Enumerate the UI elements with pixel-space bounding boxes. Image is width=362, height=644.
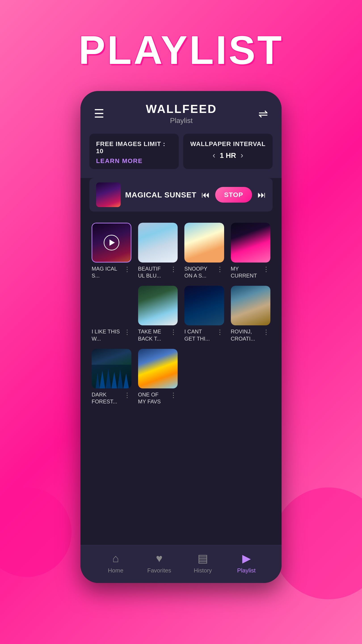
learn-more-button[interactable]: LEARN MORE [96, 158, 172, 164]
wallpaper-thumbnail-5[interactable] [92, 286, 131, 326]
more-button-3[interactable]: ⋮ [216, 265, 224, 273]
list-item: SNOOPY ON A S... ⋮ [184, 223, 224, 279]
more-button-1[interactable]: ⋮ [123, 265, 131, 273]
wallpaper-image-9 [92, 349, 131, 389]
wallpaper-name-5: I LIKE THIS W... [92, 328, 122, 342]
wallpaper-thumbnail-3[interactable] [184, 223, 224, 262]
screen-subtitle: Playlist [170, 116, 193, 125]
wallpaper-thumbnail-1[interactable] [92, 223, 131, 262]
app-name: WALLFEED [146, 102, 217, 116]
info-bar: FREE IMAGES LIMIT : 10 LEARN MORE WALLPA… [80, 134, 282, 178]
play-circle-1 [104, 235, 119, 250]
wallpaper-image-6 [138, 286, 178, 326]
wallpaper-thumbnail-10[interactable] [138, 349, 178, 389]
wallpaper-thumbnail-6[interactable] [138, 286, 178, 326]
nav-item-favorites[interactable]: ♥ Favorites [137, 552, 181, 574]
list-item: DARK FOREST... ⋮ [92, 349, 131, 405]
nav-item-home[interactable]: ⌂ Home [94, 552, 137, 574]
favorites-icon: ♥ [156, 552, 163, 565]
wallpaper-name-7: I CANT GET THI... [184, 328, 214, 342]
now-playing-title: MAGICAL SUNSET [125, 190, 197, 199]
bottom-navigation: ⌂ Home ♥ Favorites ▤ History ▶ Playlist [80, 545, 282, 583]
interval-value: 1 HR [220, 152, 236, 160]
wallpaper-image-2 [138, 223, 178, 262]
more-button-2[interactable]: ⋮ [169, 265, 178, 273]
wallpaper-name-9: DARK FOREST... [92, 391, 122, 405]
list-item: I CANT GET THI... ⋮ [184, 286, 224, 342]
header-center: WALLFEED Playlist [146, 102, 217, 125]
more-button-9[interactable]: ⋮ [123, 391, 131, 399]
bg-blob-right [273, 488, 362, 599]
playlist-icon: ▶ [242, 552, 251, 565]
nav-label-history: History [194, 567, 212, 574]
wallpaper-image-3 [184, 223, 224, 262]
wallpaper-interval-card: WALLPAPER INTERVAL ‹ 1 HR › [183, 134, 273, 169]
history-icon: ▤ [198, 552, 208, 565]
list-item: MAG ICAL S... ⋮ [92, 223, 131, 279]
wallpaper-info-6: TAKE ME BACK T... ⋮ [138, 328, 178, 342]
wallpaper-info-5: I LIKE THIS W... ⋮ [92, 328, 131, 342]
wallpaper-info-8: ROVINJ, CROATI... ⋮ [231, 328, 271, 342]
wallpaper-thumbnail-9[interactable] [92, 349, 131, 389]
list-item: MY CURRENT ⋮ [231, 223, 271, 279]
wallpaper-thumbnail-7[interactable] [184, 286, 224, 326]
wallpaper-name-3: SNOOPY ON A S... [184, 265, 214, 279]
wallpaper-image-4 [231, 223, 271, 262]
wallpaper-info-10: ONE OF MY FAVS ⋮ [138, 391, 178, 405]
more-button-8[interactable]: ⋮ [262, 328, 270, 336]
nav-label-home: Home [108, 567, 123, 574]
wallpaper-image-8 [231, 286, 271, 326]
phone-frame: ☰ WALLFEED Playlist ⇌ FREE IMAGES LIMIT … [80, 91, 282, 583]
wallpaper-name-6: TAKE ME BACK T... [138, 328, 168, 342]
more-button-4[interactable]: ⋮ [262, 265, 270, 273]
interval-title: WALLPAPER INTERVAL [190, 140, 266, 148]
menu-icon[interactable]: ☰ [94, 107, 104, 120]
nav-item-history[interactable]: ▤ History [181, 552, 225, 574]
interval-prev-button[interactable]: ‹ [213, 151, 215, 160]
prev-track-button[interactable]: ⏮ [201, 190, 210, 200]
wallpaper-info-4: MY CURRENT ⋮ [231, 265, 271, 279]
wallpaper-info-7: I CANT GET THI... ⋮ [184, 328, 224, 342]
now-playing-thumbnail [96, 182, 121, 207]
wallpaper-image-1 [92, 223, 131, 262]
wallpaper-name-2: BEAUTIF UL BLU... [138, 265, 168, 279]
wallpaper-name-1: MAG ICAL S... [92, 265, 122, 279]
free-images-card: FREE IMAGES LIMIT : 10 LEARN MORE [89, 134, 179, 169]
more-button-6[interactable]: ⋮ [169, 328, 178, 336]
more-button-7[interactable]: ⋮ [216, 328, 224, 336]
interval-next-button[interactable]: › [240, 151, 243, 160]
list-item: TAKE ME BACK T... ⋮ [138, 286, 178, 342]
list-item: ROVINJ, CROATI... ⋮ [231, 286, 271, 342]
wallpaper-thumbnail-4[interactable] [231, 223, 271, 262]
forest-svg [92, 365, 131, 389]
wallpaper-image-10 [138, 349, 178, 389]
shuffle-icon[interactable]: ⇌ [258, 107, 268, 120]
free-images-title: FREE IMAGES LIMIT : 10 [96, 140, 172, 155]
now-playing-bar: MAGICAL SUNSET ⏮ STOP ⏭ [89, 178, 273, 212]
play-triangle-icon [109, 240, 115, 246]
wallpaper-info-2: BEAUTIF UL BLU... ⋮ [138, 265, 178, 279]
wallpaper-grid-container: MAG ICAL S... ⋮ BEAUTIF UL BLU... ⋮ [80, 218, 282, 545]
app-header: ☰ WALLFEED Playlist ⇌ [80, 91, 282, 134]
nav-label-playlist: Playlist [237, 567, 255, 574]
nav-item-playlist[interactable]: ▶ Playlist [225, 552, 268, 574]
stop-button[interactable]: STOP [215, 187, 252, 202]
next-track-button[interactable]: ⏭ [257, 190, 266, 200]
list-item: BEAUTIF UL BLU... ⋮ [138, 223, 178, 279]
wallpaper-info-3: SNOOPY ON A S... ⋮ [184, 265, 224, 279]
wallpaper-thumbnail-8[interactable] [231, 286, 271, 326]
wallpaper-info-1: MAG ICAL S... ⋮ [92, 265, 131, 279]
wallpaper-image-7 [184, 286, 224, 326]
play-overlay-1 [92, 224, 131, 262]
wallpaper-thumbnail-2[interactable] [138, 223, 178, 262]
now-playing-controls: ⏮ STOP ⏭ [201, 187, 266, 202]
bg-blob-left [0, 488, 71, 577]
wallpaper-name-4: MY CURRENT [231, 265, 261, 279]
now-playing-thumb-img [96, 182, 121, 207]
home-icon: ⌂ [112, 552, 119, 565]
more-button-5[interactable]: ⋮ [123, 328, 131, 336]
more-button-10[interactable]: ⋮ [169, 391, 178, 399]
wallpaper-grid: MAG ICAL S... ⋮ BEAUTIF UL BLU... ⋮ [92, 223, 270, 405]
interval-control: ‹ 1 HR › [213, 151, 243, 160]
wallpaper-info-9: DARK FOREST... ⋮ [92, 391, 131, 405]
